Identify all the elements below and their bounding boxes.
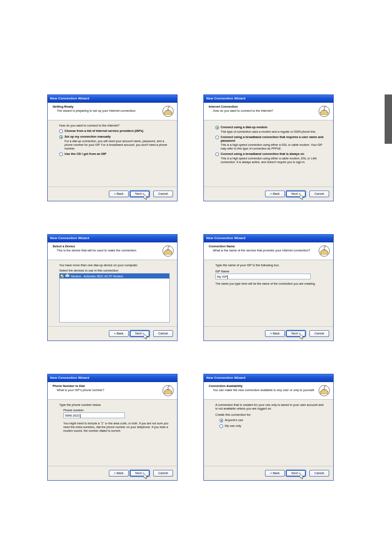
back-button[interactable]: < Back <box>265 191 285 197</box>
wizard-phone-number: New Connection Wizard Phone Number to Di… <box>47 374 178 481</box>
prompt-text: How do you want to connect to the Intern… <box>59 124 170 127</box>
wizard-header: Connection Name What is the name of the … <box>204 242 333 260</box>
cancel-button[interactable]: Cancel <box>153 330 173 337</box>
cursor-icon <box>300 334 304 340</box>
header-title: Internet Connection <box>209 105 318 108</box>
isp-name-value: My ISP <box>217 275 227 279</box>
wizard-header: Getting Ready The wizard is preparing to… <box>48 103 177 120</box>
radio-anyone-label: Anyone's use <box>225 418 243 422</box>
radio-isp-list-label: Choose from a list of Internet service p… <box>65 129 143 133</box>
radio-manual[interactable] <box>59 135 63 139</box>
radio-use-cd[interactable] <box>59 152 63 156</box>
back-button[interactable]: < Back <box>109 330 129 337</box>
next-button[interactable]: Next > <box>130 470 150 477</box>
phone-input[interactable]: 5698-2022 <box>63 412 125 418</box>
window-title: New Connection Wizard <box>204 235 333 242</box>
next-button[interactable]: Next > <box>130 191 150 197</box>
wizard-header: Select a Device This is the device that … <box>48 242 177 260</box>
header-desc: The wizard is preparing to set up your I… <box>53 109 161 113</box>
cursor-icon <box>300 194 304 200</box>
wizard-icon <box>161 105 175 118</box>
phone-hint: You might need to include a "1" or the a… <box>59 421 170 433</box>
isp-name-label: ISP Name <box>215 269 326 273</box>
next-button-label: Next > <box>291 471 300 475</box>
radio-dialup-modem-desc: This type of connection uses a modem and… <box>215 130 326 134</box>
radio-broadband-user[interactable] <box>215 136 219 139</box>
wizard-header: Phone Number to Dial What is your ISP's … <box>48 382 177 400</box>
header-title: Phone Number to Dial <box>53 384 161 388</box>
phone-value: 5698-2022 <box>65 414 80 417</box>
window-title: New Connection Wizard <box>48 95 177 103</box>
radio-broadband-user-desc: This is a high-speed connection using ei… <box>215 143 326 150</box>
radio-manual-desc: For a dial-up connection, you will need … <box>59 139 170 150</box>
cancel-button[interactable]: Cancel <box>153 191 173 197</box>
phone-prompt: Type the phone number below. <box>59 403 170 407</box>
device-name: Modem - Actiontec MDC AC'97 Modem <box>71 274 123 278</box>
cancel-button[interactable]: Cancel <box>309 330 329 337</box>
availability-info: A connection that is created for your us… <box>215 403 326 410</box>
radio-broadband-always[interactable] <box>215 152 219 156</box>
device-list-item[interactable]: Modem - Actiontec MDC AC'97 Modem <box>60 274 169 279</box>
next-button[interactable]: Next > <box>286 330 306 337</box>
next-button-label: Next > <box>135 471 144 475</box>
radio-isp-list[interactable] <box>59 129 63 133</box>
next-button[interactable]: Next > <box>286 191 306 197</box>
device-checkbox[interactable] <box>60 274 64 278</box>
check-icon <box>61 275 63 277</box>
next-button[interactable]: Next > <box>286 470 306 477</box>
header-title: Connection Name <box>209 244 318 248</box>
wizard-connection-availability: New Connection Wizard Connection Availab… <box>203 374 334 481</box>
cursor-icon <box>144 474 148 479</box>
back-button[interactable]: < Back <box>265 470 285 477</box>
radio-broadband-always-desc: This is a high-speed connection using ei… <box>215 157 326 164</box>
header-title: Getting Ready <box>53 105 161 108</box>
radio-my-use-label: My use only <box>225 424 241 428</box>
radio-broadband-always-label: Connect using a broadband connection tha… <box>221 152 304 156</box>
window-title: New Connection Wizard <box>48 235 177 242</box>
isp-name-hint: The name you type here will be the name … <box>215 282 326 286</box>
wizard-getting-ready: New Connection Wizard Getting Ready The … <box>47 94 178 201</box>
header-desc: What is the name of the service that pro… <box>209 249 318 252</box>
window-title: New Connection Wizard <box>204 95 333 103</box>
cursor-icon <box>144 334 148 340</box>
wizard-icon <box>318 244 331 258</box>
next-button-label: Next > <box>135 192 144 196</box>
next-button-label: Next > <box>135 332 144 335</box>
availability-prompt: Create this connection for: <box>215 413 326 417</box>
device-list[interactable]: Modem - Actiontec MDC AC'97 Modem <box>59 273 170 322</box>
back-button[interactable]: < Back <box>109 470 129 477</box>
page-side-tab <box>385 94 392 144</box>
wizard-icon <box>318 105 331 118</box>
cancel-button[interactable]: Cancel <box>309 191 329 197</box>
back-button[interactable]: < Back <box>265 330 285 337</box>
wizard-select-device: New Connection Wizard Select a Device Th… <box>47 234 178 341</box>
radio-manual-label: Set up my connection manually <box>65 135 111 138</box>
isp-prompt: Type the name of your ISP in the followi… <box>215 263 326 267</box>
header-desc: This is the device that will be used to … <box>53 249 161 252</box>
header-title: Connection Availability <box>209 384 318 388</box>
cancel-button[interactable]: Cancel <box>309 470 329 477</box>
wizard-icon <box>161 244 175 258</box>
cancel-button[interactable]: Cancel <box>153 470 173 477</box>
window-title: New Connection Wizard <box>204 374 333 382</box>
header-desc: How do you want to connect to the Intern… <box>209 109 318 113</box>
radio-broadband-user-label: Connect using a broadband connection tha… <box>221 135 326 143</box>
back-button[interactable]: < Back <box>109 191 129 197</box>
next-button-label: Next > <box>291 332 300 335</box>
device-info-line2: Select the devices to use in this connec… <box>59 269 170 272</box>
next-button[interactable]: Next > <box>130 330 150 337</box>
radio-my-use[interactable] <box>219 424 223 428</box>
cursor-icon <box>144 194 148 200</box>
radio-anyone[interactable] <box>219 419 223 422</box>
isp-name-input[interactable]: My ISP <box>215 274 311 279</box>
wizard-icon <box>161 384 175 397</box>
phone-label: Phone number: <box>59 408 170 412</box>
wizard-icon <box>318 384 331 397</box>
modem-icon <box>65 274 69 279</box>
radio-dialup-modem-label: Connect using a dial-up modem <box>221 125 267 129</box>
wizard-connection-name: New Connection Wizard Connection Name Wh… <box>203 234 334 341</box>
radio-dialup-modem[interactable] <box>215 126 219 129</box>
cursor-icon <box>300 474 304 479</box>
header-desc: You can make the new connection availabl… <box>209 388 318 392</box>
header-desc: What is your ISP's phone number? <box>53 388 161 392</box>
